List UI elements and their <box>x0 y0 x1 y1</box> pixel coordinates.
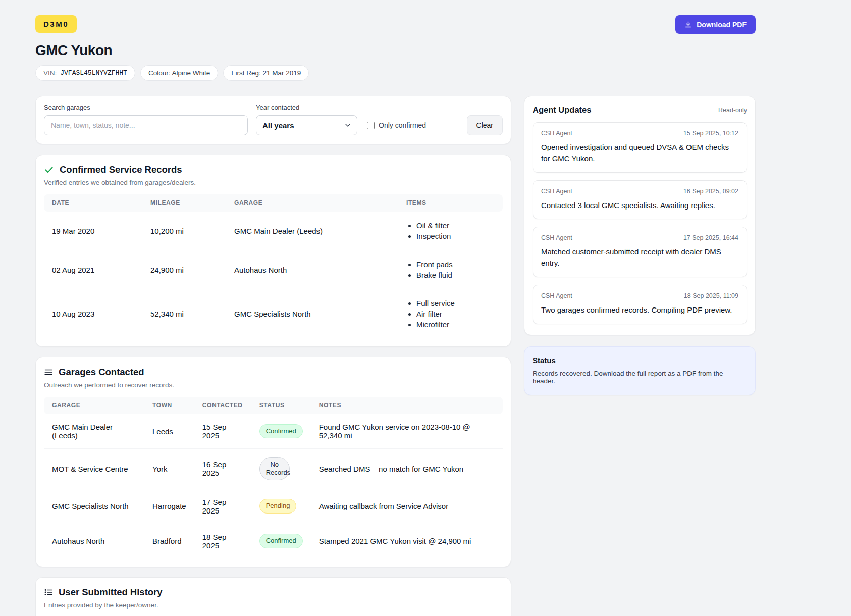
mileage-cell: 24,900 mi <box>142 250 226 289</box>
confirmed-records-table: Date Mileage Garage Items 19 Mar 2020 10… <box>44 194 503 338</box>
items-cell: Front pads Brake fluid <box>398 250 503 289</box>
vin-label: VIN: <box>43 69 57 77</box>
garage-cell: Autohaus North <box>44 524 144 558</box>
contacted-cell: 17 Sep 2025 <box>194 489 251 524</box>
item: Inspection <box>416 231 495 241</box>
status-badge: Confirmed <box>259 424 303 438</box>
town-cell: Bradford <box>144 524 194 558</box>
update-author: CSH Agent <box>541 292 572 299</box>
status-cell: Pending <box>251 489 311 524</box>
update-author: CSH Agent <box>541 130 572 137</box>
user-history-title: User Submitted History <box>59 587 163 598</box>
garage-cell: GMC Specialists North <box>44 489 144 524</box>
garage-cell: GMC Main Dealer (Leeds) <box>44 414 144 449</box>
item: Full service <box>416 298 495 309</box>
agent-updates-title: Agent Updates <box>533 105 591 115</box>
confirmed-records-section: Confirmed Service Records Verified entri… <box>35 155 511 347</box>
main-column: Search garages Year contacted All years <box>35 96 511 616</box>
update-meta: CSH Agent 15 Sep 2025, 10:12 <box>541 130 738 137</box>
table-row: 19 Mar 2020 10,200 mi GMC Main Dealer (L… <box>44 212 503 250</box>
page-container: D3M0 Download PDF GMC Yukon VIN: JVFASL4… <box>35 0 756 616</box>
status-cell: Confirmed <box>251 414 311 449</box>
page-header: D3M0 Download PDF <box>35 15 756 34</box>
only-confirmed-label: Only confirmed <box>379 121 426 129</box>
date-cell: 19 Mar 2020 <box>44 212 142 250</box>
update-meta: CSH Agent 18 Sep 2025, 11:09 <box>541 292 738 299</box>
menu-lines-icon <box>44 368 53 377</box>
item: Brake fluid <box>416 270 495 280</box>
vin-pill: VIN: JVFASL45LNYVZFHHT <box>35 65 135 81</box>
items-cell: Oil & filter Inspection <box>398 212 503 250</box>
clear-button[interactable]: Clear <box>467 115 503 135</box>
agent-update-item: CSH Agent 16 Sep 2025, 09:02 Contacted 3… <box>533 180 747 220</box>
garages-contacted-title-row: Garages Contacted <box>44 367 503 378</box>
contacted-cell: 16 Sep 2025 <box>194 449 251 489</box>
col-town: Town <box>144 397 194 414</box>
agent-updates-header: Agent Updates Read-only <box>533 105 747 115</box>
update-timestamp: 17 Sep 2025, 16:44 <box>683 234 738 241</box>
town-cell: Leeds <box>144 414 194 449</box>
item: Front pads <box>416 259 495 270</box>
garage-cell: Autohaus North <box>226 250 398 289</box>
search-field: Search garages <box>44 104 248 135</box>
colour-pill: Colour: Alpine White <box>140 65 218 81</box>
notes-cell: Searched DMS – no match for GMC Yukon <box>311 449 503 489</box>
col-items: Items <box>398 194 503 212</box>
year-field: Year contacted All years <box>256 104 357 135</box>
status-panel-text: Records recovered. Download the full rep… <box>533 370 747 385</box>
status-cell: No Records <box>251 449 311 489</box>
town-cell: Harrogate <box>144 489 194 524</box>
items-cell: Full service Air filter Microfilter <box>398 289 503 339</box>
item: Microfilter <box>416 319 495 330</box>
confirmed-records-title-row: Confirmed Service Records <box>44 164 503 175</box>
confirmed-records-subtitle: Verified entries we obtained from garage… <box>44 179 503 186</box>
notes-cell: Found GMC Yukon service on 2023-08-10 @ … <box>311 414 503 449</box>
table-row: GMC Main Dealer (Leeds) Leeds 15 Sep 202… <box>44 414 503 449</box>
update-text: Contacted 3 local GMC specialists. Await… <box>541 200 738 211</box>
only-confirmed-checkbox[interactable] <box>367 122 375 129</box>
col-contacted: Contacted <box>194 397 251 414</box>
agent-update-item: CSH Agent 17 Sep 2025, 16:44 Matched cus… <box>533 227 747 277</box>
garage-cell: GMC Main Dealer (Leeds) <box>226 212 398 250</box>
user-history-title-row: User Submitted History <box>44 587 503 598</box>
table-row: GMC Specialists North Harrogate 17 Sep 2… <box>44 489 503 524</box>
status-badge: Pending <box>259 499 297 513</box>
update-meta: CSH Agent 17 Sep 2025, 16:44 <box>541 234 738 241</box>
download-pdf-label: Download PDF <box>697 21 747 29</box>
update-text: Two garages confirmed records. Compiling… <box>541 304 738 316</box>
year-contacted-label: Year contacted <box>256 104 357 111</box>
contacted-cell: 15 Sep 2025 <box>194 414 251 449</box>
only-confirmed-row: Only confirmed <box>367 115 426 135</box>
update-timestamp: 15 Sep 2025, 10:12 <box>683 130 738 137</box>
year-contacted-select[interactable]: All years <box>256 115 357 135</box>
notes-cell: Awaiting callback from Service Advisor <box>311 489 503 524</box>
col-garage: Garage <box>44 397 144 414</box>
col-mileage: Mileage <box>142 194 226 212</box>
download-pdf-button[interactable]: Download PDF <box>675 15 756 34</box>
mileage-cell: 10,200 mi <box>142 212 226 250</box>
garages-contacted-title: Garages Contacted <box>59 367 144 378</box>
filter-bar: Search garages Year contacted All years <box>35 96 511 144</box>
page-title: GMC Yukon <box>35 42 756 59</box>
status-badge: Confirmed <box>259 534 303 548</box>
update-timestamp: 16 Sep 2025, 09:02 <box>683 188 738 195</box>
search-garages-input[interactable] <box>44 115 248 135</box>
col-notes: Notes <box>311 397 503 414</box>
agent-update-item: CSH Agent 15 Sep 2025, 10:12 Opened inve… <box>533 122 747 173</box>
update-text: Opened investigation and queued DVSA & O… <box>541 142 738 164</box>
check-icon <box>44 165 54 175</box>
list-icon <box>44 588 53 597</box>
garages-contacted-subtitle: Outreach we performed to recover records… <box>44 381 503 389</box>
download-icon <box>684 21 692 28</box>
search-garages-label: Search garages <box>44 104 248 111</box>
user-history-subtitle: Entries provided by the keeper/owner. <box>44 601 503 609</box>
first-reg-pill: First Reg: 21 Mar 2019 <box>223 65 309 81</box>
update-author: CSH Agent <box>541 234 572 241</box>
garage-cell: MOT & Service Centre <box>44 449 144 489</box>
vehicle-pills: VIN: JVFASL45LNYVZFHHT Colour: Alpine Wh… <box>35 65 756 81</box>
user-history-section: User Submitted History Entries provided … <box>35 577 511 616</box>
col-status: Status <box>251 397 311 414</box>
table-row: MOT & Service Centre York 16 Sep 2025 No… <box>44 449 503 489</box>
date-cell: 10 Aug 2023 <box>44 289 142 339</box>
notes-cell: Stamped 2021 GMC Yukon visit @ 24,900 mi <box>311 524 503 558</box>
